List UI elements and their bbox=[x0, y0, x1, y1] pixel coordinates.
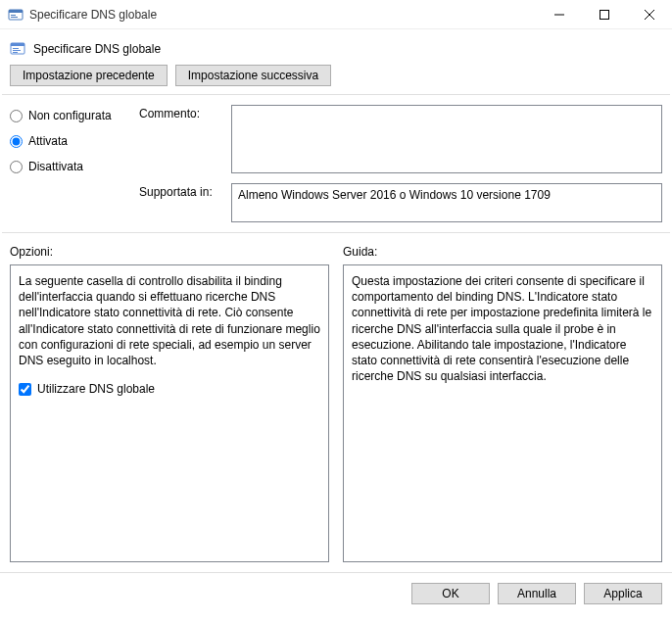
guide-box: Questa impostazione dei criteri consente… bbox=[343, 264, 662, 562]
radio-not-configured[interactable]: Non configurata bbox=[10, 109, 127, 122]
radio-enabled-label: Attivata bbox=[28, 134, 68, 148]
minimize-button[interactable] bbox=[537, 0, 582, 29]
header: Specificare DNS globale bbox=[0, 29, 672, 65]
svg-rect-11 bbox=[13, 50, 21, 51]
page-title: Specificare DNS globale bbox=[33, 42, 161, 56]
svg-rect-2 bbox=[11, 15, 16, 16]
radio-not-configured-label: Non configurata bbox=[28, 109, 112, 122]
prev-setting-button[interactable]: Impostazione precedente bbox=[10, 65, 168, 86]
guide-label: Guida: bbox=[343, 245, 662, 259]
options-text: La seguente casella di controllo disabil… bbox=[19, 273, 320, 368]
supported-field: Almeno Windows Server 2016 o Windows 10 … bbox=[231, 183, 662, 222]
global-dns-checkbox[interactable] bbox=[19, 383, 31, 396]
maximize-button[interactable] bbox=[582, 0, 627, 29]
footer-buttons: OK Annulla Applica bbox=[0, 572, 672, 614]
options-box: La seguente casella di controllo disabil… bbox=[10, 264, 329, 562]
supported-label: Supportata in: bbox=[139, 183, 223, 199]
svg-rect-1 bbox=[9, 10, 23, 13]
supported-row: Supportata in: Almeno Windows Server 201… bbox=[139, 183, 662, 222]
radio-enabled[interactable]: Attivata bbox=[10, 134, 127, 148]
radio-disabled[interactable]: Disattivata bbox=[10, 160, 127, 173]
nav-buttons: Impostazione precedente Impostazione suc… bbox=[0, 65, 672, 94]
svg-rect-3 bbox=[11, 17, 18, 18]
guide-col: Guida: Questa impostazione dei criteri c… bbox=[343, 245, 662, 562]
comment-label: Commento: bbox=[139, 105, 223, 120]
divider-2 bbox=[2, 232, 670, 233]
next-setting-button[interactable]: Impostazione successiva bbox=[175, 65, 331, 86]
content-row: Opzioni: La seguente casella di controll… bbox=[0, 245, 672, 562]
radio-disabled-input[interactable] bbox=[10, 161, 23, 173]
meta-fields: Commento: Supportata in: Almeno Windows … bbox=[139, 105, 662, 222]
close-button[interactable] bbox=[627, 0, 672, 29]
svg-rect-10 bbox=[13, 48, 19, 49]
svg-rect-5 bbox=[600, 10, 609, 19]
titlebar: Specificare DNS globale bbox=[0, 0, 672, 29]
window-title: Specificare DNS globale bbox=[29, 8, 537, 22]
cancel-button[interactable]: Annulla bbox=[498, 583, 576, 604]
radio-disabled-label: Disattivata bbox=[28, 160, 83, 173]
comment-row: Commento: bbox=[139, 105, 662, 173]
apply-button[interactable]: Applica bbox=[584, 583, 662, 604]
radio-not-configured-input[interactable] bbox=[10, 110, 23, 122]
app-icon bbox=[8, 7, 24, 23]
radio-enabled-input[interactable] bbox=[10, 135, 23, 148]
policy-icon bbox=[10, 41, 25, 57]
comment-field[interactable] bbox=[231, 105, 662, 173]
guide-text: Questa impostazione dei criteri consente… bbox=[352, 273, 653, 384]
state-radios: Non configurata Attivata Disattivata bbox=[10, 105, 127, 222]
global-dns-checkbox-row[interactable]: Utilizzare DNS globale bbox=[19, 382, 320, 396]
svg-rect-12 bbox=[13, 52, 18, 53]
options-col: Opzioni: La seguente casella di controll… bbox=[10, 245, 329, 562]
global-dns-checkbox-label: Utilizzare DNS globale bbox=[37, 382, 155, 396]
svg-rect-9 bbox=[11, 43, 24, 46]
ok-button[interactable]: OK bbox=[411, 583, 490, 604]
config-row: Non configurata Attivata Disattivata Com… bbox=[0, 95, 672, 222]
window-controls bbox=[537, 0, 672, 29]
options-label: Opzioni: bbox=[10, 245, 329, 259]
